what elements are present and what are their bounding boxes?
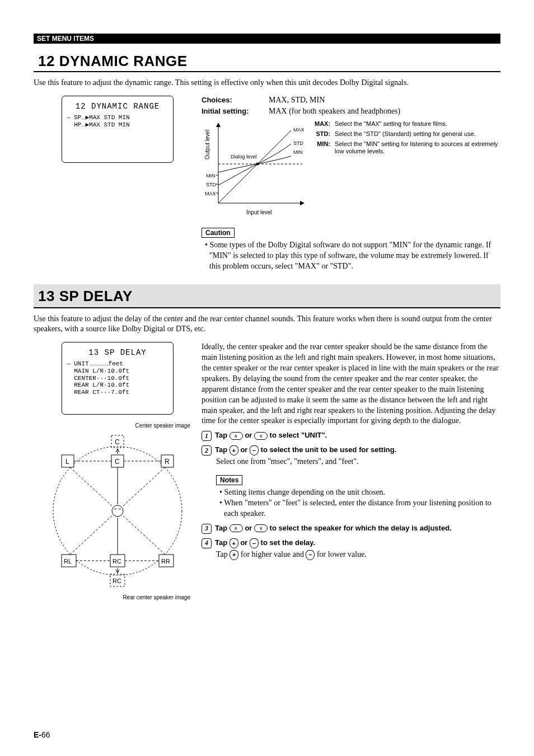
svg-line-4 — [218, 130, 291, 203]
svg-point-6 — [256, 163, 259, 166]
display-line: → SP‥▶MAX STD MIN — [67, 114, 168, 121]
section-13-title: 13 SP DELAY — [34, 284, 500, 308]
step-2-sub: Select one from "msec", "meters", and "f… — [216, 457, 500, 467]
initial-row: Initial setting: MAX (for both speakers … — [202, 107, 500, 116]
svg-text:MAX: MAX — [205, 191, 216, 196]
svg-marker-2 — [216, 123, 221, 127]
svg-text:STD: STD — [293, 140, 304, 146]
step-number-4: 4 — [202, 538, 212, 548]
step-text: or — [238, 538, 250, 547]
svg-text:L: L — [65, 458, 69, 466]
note-item: • When "meters" or "feet" is selected, e… — [219, 498, 500, 519]
display-line: → UNIT‥‥‥‥‥feet — [67, 360, 168, 368]
step-number-1: 1 — [202, 431, 212, 441]
initial-value: MAX (for both speakers and headphones) — [269, 107, 400, 116]
display-line: REAR L/R·10.0ft — [67, 382, 168, 389]
section-13-intro: Use this feature to adjust the delay of … — [34, 314, 500, 334]
section-12-title: 12 DYNAMIC RANGE — [34, 50, 500, 72]
up-button-icon: ∧ — [229, 524, 243, 532]
display-line: MAIN L/R·10.0ft — [67, 368, 168, 375]
svg-text:Output level: Output level — [204, 130, 210, 159]
step-text: or — [243, 431, 254, 439]
step-sub-text: for lower value. — [315, 550, 367, 558]
step-text: to select the unit to be used for settin… — [259, 446, 396, 454]
diagram-top-caption: Center speaker image — [45, 422, 190, 429]
minus-button-icon: − — [250, 538, 259, 548]
svg-line-33 — [122, 467, 165, 507]
svg-line-32 — [70, 467, 113, 507]
svg-text:RC: RC — [113, 577, 121, 584]
choices-row: Choices: MAX, STD, MIN — [202, 96, 500, 105]
step-text: Tap — [215, 446, 229, 454]
step-4-sub: Tap + for higher value and − for lower v… — [216, 550, 500, 560]
step-sub-text: Tap — [216, 550, 229, 558]
speaker-diagram: Center speaker image L C R C — [45, 422, 190, 600]
header-bar: SET MENU ITEMS — [34, 34, 500, 44]
display-sp-delay: 13 SP DELAY → UNIT‥‥‥‥‥feet MAIN L/R·10.… — [62, 342, 174, 415]
diagram-bottom-caption: Rear center speaker image — [45, 594, 190, 600]
step-text: to select the speaker for which the dela… — [268, 524, 452, 532]
step-4: 4 Tap + or − to set the delay. — [202, 538, 500, 548]
svg-text:Dialog level: Dialog level — [231, 154, 257, 159]
legend-row-max: MAX:Select the "MAX" setting for feature… — [315, 120, 499, 129]
step-text: Tap — [215, 431, 229, 439]
svg-text:STD: STD — [206, 182, 217, 187]
page-number: E-66 — [34, 730, 50, 739]
step-text: to set the delay. — [259, 538, 315, 547]
svg-text:RR: RR — [161, 558, 170, 565]
display-line: CENTER···10.0ft — [67, 375, 168, 382]
section-12-intro: Use this feature to adjust the dynamic r… — [34, 78, 500, 88]
plus-button-icon: + — [229, 538, 238, 548]
graph-legend: MAX:Select the "MAX" setting for feature… — [313, 119, 500, 158]
choices-label: Choices: — [202, 96, 269, 105]
svg-line-44 — [122, 515, 165, 555]
svg-text:MIN: MIN — [293, 149, 303, 155]
plus-button-icon: + — [229, 445, 238, 456]
svg-point-20 — [112, 505, 123, 516]
step-1: 1 Tap ∧ or ∨ to select "UNIT". — [202, 431, 500, 441]
plus-button-icon: + — [229, 550, 238, 560]
note-item: • Setting items change depending on the … — [219, 487, 500, 498]
svg-text:MAX: MAX — [293, 127, 305, 133]
initial-label: Initial setting: — [202, 107, 269, 116]
step-text: to select "UNIT". — [268, 431, 327, 439]
minus-button-icon: − — [306, 550, 315, 560]
display-title-13: 13 SP DELAY — [67, 348, 168, 357]
step-text: or — [238, 446, 250, 454]
step-text: Tap — [215, 538, 229, 547]
section-13-para: Ideally, the center speaker and the rear… — [202, 342, 500, 426]
display-line: REAR CT···7.0ft — [67, 389, 168, 396]
svg-text:R: R — [165, 458, 170, 466]
step-number-3: 3 — [202, 524, 212, 534]
svg-text:Input level: Input level — [246, 209, 272, 215]
svg-text:C: C — [115, 458, 120, 466]
down-button-icon: ∨ — [254, 524, 268, 532]
notes-label: Notes — [216, 475, 242, 485]
choices-value: MAX, STD, MIN — [269, 96, 325, 105]
legend-row-std: STD:Select the "STD" (Standard) setting … — [315, 130, 499, 139]
caution-label: Caution — [202, 228, 235, 238]
display-dynamic-range: 12 DYNAMIC RANGE → SP‥▶MAX STD MIN HP‥▶M… — [62, 96, 174, 163]
step-text: or — [243, 524, 254, 532]
display-title-12: 12 DYNAMIC RANGE — [67, 102, 168, 111]
dynamic-range-graph: MAX STD MIN Dialog level MIN STD MAX Out… — [202, 119, 302, 220]
caution-text: • Some types of the Dolby Digital softwa… — [205, 240, 500, 272]
svg-text:C: C — [115, 438, 120, 446]
step-text: Tap — [215, 524, 229, 532]
step-2: 2 Tap + or − to select the unit to be us… — [202, 445, 500, 456]
minus-button-icon: − — [250, 445, 259, 456]
step-sub-text: for higher value and — [238, 550, 306, 558]
legend-row-min: MIN:Select the "MIN" setting for listeni… — [315, 140, 499, 157]
svg-line-43 — [70, 515, 113, 555]
step-3: 3 Tap ∧ or ∨ to select the speaker for w… — [202, 524, 500, 534]
up-button-icon: ∧ — [229, 432, 243, 440]
svg-text:RC: RC — [113, 558, 121, 565]
svg-text:RL: RL — [64, 558, 72, 565]
svg-text:MIN: MIN — [206, 173, 216, 179]
display-line: HP‥▶MAX STD MIN — [67, 121, 168, 129]
down-button-icon: ∨ — [254, 432, 268, 440]
step-number-2: 2 — [202, 445, 212, 456]
svg-marker-3 — [300, 201, 305, 205]
